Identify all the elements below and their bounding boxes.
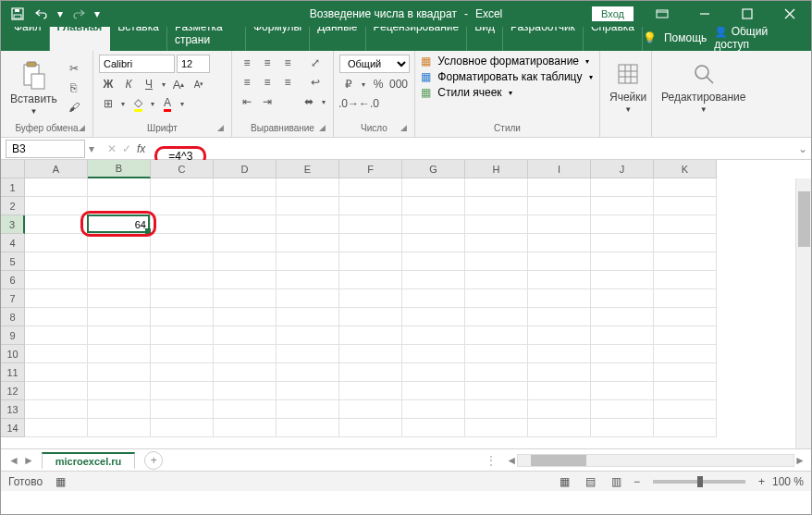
align-launcher-icon[interactable]: ◢ [319, 123, 330, 134]
cell[interactable] [277, 215, 339, 234]
cell[interactable] [151, 289, 214, 308]
cell[interactable] [465, 400, 528, 419]
cell[interactable] [88, 363, 151, 382]
font-name-select[interactable] [99, 55, 175, 73]
cell[interactable] [402, 400, 465, 419]
cell[interactable] [277, 419, 339, 437]
cell[interactable] [402, 178, 465, 197]
cell[interactable] [88, 271, 151, 289]
editing-button[interactable]: Редактирование▼ [658, 61, 749, 116]
fx-icon[interactable]: fx [137, 142, 145, 155]
cell[interactable] [25, 400, 88, 419]
cell[interactable] [465, 197, 528, 215]
cell[interactable] [591, 326, 654, 345]
cell[interactable] [25, 326, 88, 345]
cell[interactable] [654, 326, 717, 345]
cell[interactable] [591, 289, 654, 308]
number-launcher-icon[interactable]: ◢ [400, 123, 412, 134]
cells-button[interactable]: Ячейки▼ [606, 61, 650, 116]
cell[interactable] [277, 308, 339, 326]
cell[interactable] [88, 252, 151, 271]
cell[interactable] [214, 400, 277, 419]
cell[interactable] [214, 308, 277, 326]
cell[interactable] [591, 215, 654, 234]
cell[interactable] [25, 215, 88, 234]
cell[interactable] [151, 234, 214, 252]
cell[interactable] [591, 178, 654, 197]
cell[interactable] [402, 326, 465, 345]
cell[interactable] [151, 252, 214, 271]
clipboard-launcher-icon[interactable]: ◢ [79, 123, 90, 134]
name-box-dropdown[interactable]: ▾ [85, 142, 98, 155]
cell[interactable] [465, 308, 528, 326]
cell[interactable] [528, 215, 591, 234]
column-header[interactable]: D [214, 160, 277, 178]
cell[interactable] [214, 197, 277, 215]
cell[interactable] [465, 234, 528, 252]
cell[interactable] [214, 234, 277, 252]
cell[interactable] [465, 419, 528, 437]
column-header[interactable]: B [88, 160, 151, 178]
cell[interactable] [591, 363, 654, 382]
orientation-icon[interactable]: ⤢ [306, 55, 325, 71]
cell[interactable] [528, 308, 591, 326]
add-sheet-icon[interactable]: + [144, 451, 163, 470]
cell[interactable] [88, 419, 151, 437]
cell[interactable] [591, 271, 654, 289]
cell[interactable] [25, 252, 88, 271]
cell[interactable] [88, 326, 151, 345]
cell[interactable] [339, 178, 402, 197]
sheet-nav-next-icon[interactable]: ► [23, 454, 34, 467]
cell[interactable] [528, 197, 591, 215]
hscroll-left-icon[interactable]: ◄ [506, 454, 517, 467]
cell[interactable] [151, 382, 214, 400]
cell[interactable] [214, 326, 277, 345]
wrap-text-icon[interactable]: ↩ [306, 74, 325, 91]
row-header[interactable]: 9 [1, 326, 25, 345]
cell[interactable] [465, 178, 528, 197]
font-color-icon[interactable]: A [158, 95, 177, 112]
column-header[interactable]: C [151, 160, 214, 178]
cell[interactable] [88, 308, 151, 326]
cell[interactable] [88, 234, 151, 252]
cell[interactable] [339, 308, 402, 326]
cell[interactable] [339, 215, 402, 234]
paste-button[interactable]: Вставить ▼ [6, 59, 61, 117]
number-format-select[interactable]: Общий [339, 55, 410, 73]
cut-icon[interactable]: ✂ [65, 60, 83, 77]
help-link[interactable]: Помощь [664, 31, 707, 44]
cell[interactable] [151, 178, 214, 197]
share-button[interactable]: 👤 Общий доступ [714, 25, 800, 51]
cell[interactable] [151, 345, 214, 363]
increase-indent-icon[interactable]: ⇥ [258, 93, 277, 110]
column-header[interactable]: J [591, 160, 654, 178]
font-size-select[interactable] [177, 55, 210, 73]
comma-icon[interactable]: 000 [389, 76, 408, 92]
page-break-view-icon[interactable]: ▥ [608, 474, 626, 489]
cell[interactable] [88, 197, 151, 215]
underline-icon[interactable]: Ч [140, 76, 158, 92]
cell[interactable] [214, 289, 277, 308]
expand-formula-icon[interactable]: ⌄ [794, 142, 811, 155]
merge-icon[interactable]: ⬌ [300, 93, 318, 110]
cell[interactable] [151, 215, 214, 234]
align-top-icon[interactable]: ≡ [238, 55, 256, 71]
cell[interactable] [528, 419, 591, 437]
cell[interactable] [214, 345, 277, 363]
cell[interactable] [654, 363, 717, 382]
minimize-icon[interactable] [683, 1, 726, 27]
cell[interactable] [339, 271, 402, 289]
cell[interactable] [591, 308, 654, 326]
cell[interactable] [214, 419, 277, 437]
cell[interactable] [402, 363, 465, 382]
align-middle-icon[interactable]: ≡ [258, 55, 277, 71]
cell[interactable] [339, 363, 402, 382]
format-painter-icon[interactable]: 🖌 [65, 99, 83, 116]
cell[interactable] [465, 363, 528, 382]
cell[interactable] [528, 178, 591, 197]
sheet-nav-prev-icon[interactable]: ◄ [8, 454, 19, 467]
cell[interactable] [591, 345, 654, 363]
cell[interactable] [402, 271, 465, 289]
cell[interactable] [214, 382, 277, 400]
cell[interactable] [25, 363, 88, 382]
